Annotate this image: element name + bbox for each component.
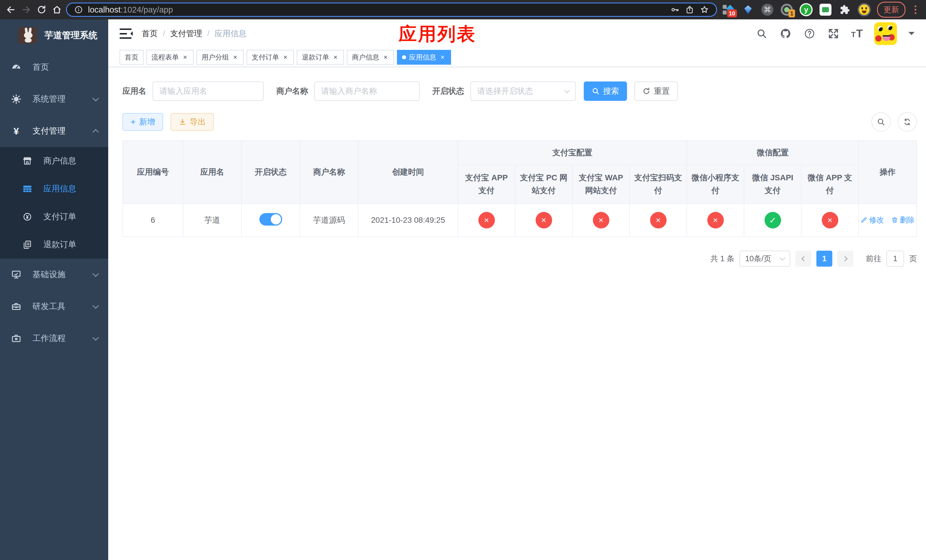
sidebar-item-home[interactable]: 首页 xyxy=(0,51,108,83)
documents-icon xyxy=(22,239,32,250)
tab-label: 用户分组 xyxy=(201,53,229,62)
browser-menu-icon[interactable] xyxy=(912,5,919,14)
merchant-name-input[interactable] xyxy=(314,82,420,101)
tab-home[interactable]: 首页 xyxy=(120,50,144,65)
breadcrumb-separator: / xyxy=(207,29,210,38)
tab-label: 退款订单 xyxy=(302,53,329,62)
sidebar-item-merchant-info[interactable]: 商户信息 xyxy=(0,147,108,175)
bookmark-star-icon[interactable] xyxy=(699,4,710,15)
tab-label: 商户信息 xyxy=(352,53,379,62)
help-icon[interactable] xyxy=(803,27,816,40)
status-toggle[interactable] xyxy=(259,213,282,226)
goto-page-input[interactable] xyxy=(887,251,904,266)
browser-toolbar: localhost:1024/pay/app 10 ⌘ 1 y 更新 xyxy=(0,0,926,20)
sidebar-item-label: 支付管理 xyxy=(32,125,83,137)
sidebar-item-refund-order[interactable]: 退款订单 xyxy=(0,231,108,259)
extensions-puzzle-icon[interactable] xyxy=(838,3,851,16)
github-icon[interactable] xyxy=(779,27,792,40)
col-alipay-wap: 支付宝 WAP 网站支付 xyxy=(572,165,629,204)
user-avatar[interactable] xyxy=(874,22,897,45)
page-size-select[interactable]: 10条/页 xyxy=(740,251,790,266)
trash-icon xyxy=(891,216,898,223)
reset-button[interactable]: 重置 xyxy=(634,82,678,101)
breadcrumb-home[interactable]: 首页 xyxy=(142,28,158,39)
sidebar: 芋道管理系统 首页 系统管理 ¥ 支付管理 商户信息 xyxy=(0,20,108,560)
extension-y-icon[interactable]: y xyxy=(800,3,813,16)
passkey-icon[interactable] xyxy=(669,4,680,15)
tab-app-info[interactable]: 应用信息× xyxy=(397,50,451,65)
tab-pay-order[interactable]: 支付订单× xyxy=(247,50,294,65)
sidebar-item-label: 基础设施 xyxy=(32,269,83,280)
search-button[interactable]: 搜索 xyxy=(584,82,627,101)
sidebar-item-system[interactable]: 系统管理 xyxy=(0,83,108,115)
plus-icon: + xyxy=(130,117,136,127)
y-glyph: y xyxy=(801,4,811,15)
extension-badge: 1 xyxy=(788,9,795,17)
address-bar[interactable]: localhost:1024/pay/app xyxy=(66,3,717,17)
search-icon xyxy=(877,118,885,126)
tab-user-group[interactable]: 用户分组× xyxy=(197,50,244,65)
browser-profile-avatar[interactable] xyxy=(858,3,871,16)
extension-gem-icon[interactable] xyxy=(741,3,755,16)
url-text[interactable]: localhost:1024/pay/app xyxy=(88,5,666,15)
fullscreen-icon[interactable] xyxy=(827,27,840,40)
app-name-input[interactable] xyxy=(153,82,264,101)
tab-close-icon[interactable]: × xyxy=(382,53,389,61)
app-logo[interactable]: 芋道管理系统 xyxy=(0,20,108,51)
extension-recorder-icon[interactable]: 1 xyxy=(780,3,793,16)
tab-process-form[interactable]: 流程表单× xyxy=(146,50,194,65)
sidebar-item-label: 研发工具 xyxy=(32,301,83,312)
extension-command-icon[interactable]: ⌘ xyxy=(761,3,774,16)
next-page-button[interactable] xyxy=(837,251,853,266)
sidebar-item-dev-tools[interactable]: 研发工具 xyxy=(0,291,108,322)
active-tab-dot xyxy=(402,55,406,59)
sidebar-item-app-info[interactable]: 应用信息 xyxy=(0,175,108,203)
tab-close-icon[interactable]: × xyxy=(182,53,189,61)
search-icon[interactable] xyxy=(755,27,768,40)
sidebar-item-infrastructure[interactable]: 基础设施 xyxy=(0,259,108,291)
site-info-icon[interactable] xyxy=(73,4,84,15)
status-disabled-badge: × xyxy=(478,212,495,229)
extension-shortcut-icon[interactable]: 10 xyxy=(722,3,735,16)
current-page-button[interactable]: 1 xyxy=(816,251,832,266)
browser-home-icon[interactable] xyxy=(51,3,63,16)
col-wechat-app: 微信 APP 支付 xyxy=(801,165,858,204)
sidebar-item-pay-order[interactable]: 支付订单 xyxy=(0,203,108,231)
goto-label: 前往 xyxy=(866,254,881,264)
extension-chat-icon[interactable] xyxy=(819,3,832,16)
browser-back-icon[interactable] xyxy=(5,3,17,16)
edit-link[interactable]: 修改 xyxy=(861,215,884,225)
tab-close-icon[interactable]: × xyxy=(282,53,289,61)
page-annotation: 应用列表 xyxy=(399,22,476,47)
breadcrumb-payment[interactable]: 支付管理 xyxy=(170,28,202,39)
status-select[interactable]: 请选择开启状态 xyxy=(471,82,576,101)
browser-forward-icon[interactable] xyxy=(20,3,32,16)
tab-close-icon[interactable]: × xyxy=(332,53,339,61)
prev-page-button[interactable] xyxy=(795,251,811,266)
breadcrumb: 首页 / 支付管理 / 应用信息 xyxy=(142,28,247,39)
refresh-table-button[interactable] xyxy=(897,112,917,132)
chrome-update-button[interactable]: 更新 xyxy=(877,2,905,18)
sidebar-item-label: 支付订单 xyxy=(43,211,76,222)
tab-label: 首页 xyxy=(125,53,138,62)
share-icon[interactable] xyxy=(684,4,695,15)
tab-close-icon[interactable]: × xyxy=(232,53,239,61)
col-wechat-mini: 微信小程序支付 xyxy=(687,165,744,204)
show-search-button[interactable] xyxy=(872,112,891,132)
tab-close-icon[interactable]: × xyxy=(439,53,446,61)
tab-merchant-info[interactable]: 商户信息× xyxy=(347,50,394,65)
download-icon xyxy=(179,118,186,126)
sidebar-item-payment[interactable]: ¥ 支付管理 xyxy=(0,115,108,147)
tab-refund-order[interactable]: 退款订单× xyxy=(297,50,344,65)
sidebar-item-workflow[interactable]: 工作流程 xyxy=(0,322,108,354)
avatar-caret-down-icon[interactable] xyxy=(908,32,915,38)
delete-link[interactable]: 删除 xyxy=(891,215,915,225)
status-disabled-badge: × xyxy=(536,212,552,229)
browser-reload-icon[interactable] xyxy=(35,3,48,16)
export-button[interactable]: 导出 xyxy=(171,113,214,131)
col-alipay-qr: 支付宝扫码支付 xyxy=(629,165,687,204)
monitor-icon xyxy=(11,269,22,280)
add-button[interactable]: + 新增 xyxy=(123,113,163,131)
sidebar-collapse-icon[interactable] xyxy=(120,29,132,39)
font-size-icon[interactable]: TT xyxy=(851,28,863,39)
